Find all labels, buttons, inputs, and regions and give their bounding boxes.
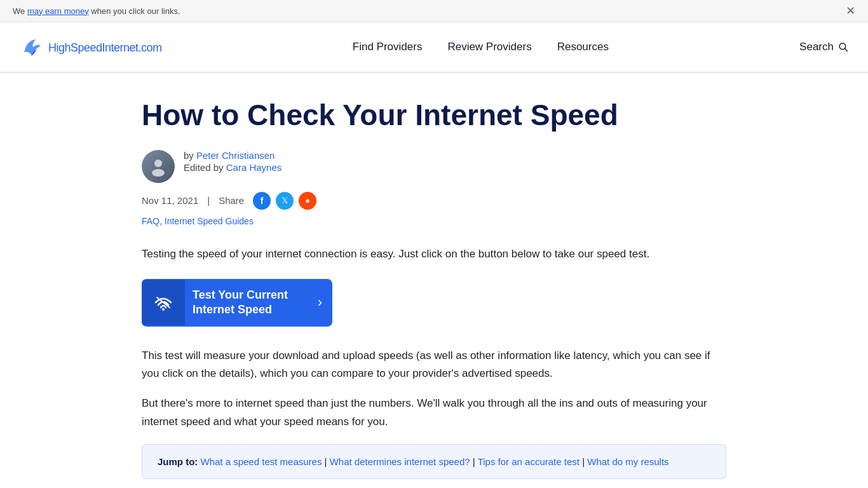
speed-test-button[interactable]: Test Your CurrentInternet Speed ›	[142, 279, 332, 327]
logo-link[interactable]: HighSpeedInternet.com	[19, 34, 162, 60]
editor-link[interactable]: Cara Haynes	[226, 162, 282, 173]
intro-paragraph: Testing the speed of your internet conne…	[142, 245, 726, 264]
share-icons: f 𝕏 ●	[253, 192, 316, 210]
editor-line: Edited by Cara Haynes	[184, 162, 281, 173]
body-paragraph-1: This test will measure your download and…	[142, 347, 726, 384]
nav-resources[interactable]: Resources	[557, 41, 609, 53]
author-by: by Peter Christiansen	[184, 150, 281, 161]
search-label: Search	[799, 41, 834, 53]
tag-faq[interactable]: FAQ	[142, 216, 159, 226]
share-label: Share	[219, 195, 244, 206]
speed-test-arrow: ›	[308, 294, 332, 311]
header: HighSpeedInternet.com Find Providers Rev…	[0, 22, 868, 73]
jump-link-4[interactable]: What do my results	[587, 456, 668, 467]
author-section: by Peter Christiansen Edited by Cara Hay…	[142, 150, 726, 183]
main-content: How to Check Your Internet Speed by Pete…	[129, 73, 739, 488]
svg-point-3	[152, 169, 165, 177]
author-info: by Peter Christiansen Edited by Cara Hay…	[184, 150, 281, 173]
earn-money-link[interactable]: may earn money	[27, 6, 89, 16]
meta-row: Nov 11, 2021 | Share f 𝕏 ●	[142, 192, 726, 210]
svg-point-4	[162, 308, 165, 311]
jump-to-label: Jump to:	[158, 456, 198, 467]
body-paragraph-2: But there's more to internet speed than …	[142, 395, 726, 431]
author-avatar	[142, 150, 175, 183]
reddit-share-button[interactable]: ●	[299, 192, 316, 210]
jump-link-2[interactable]: What determines internet speed?	[330, 456, 470, 467]
svg-point-0	[839, 43, 846, 50]
logo-text: HighSpeedInternet.com	[48, 39, 162, 55]
logo-icon	[19, 34, 44, 60]
svg-line-1	[845, 49, 848, 51]
publish-date: Nov 11, 2021	[142, 195, 198, 206]
search-icon	[837, 41, 849, 53]
nav-review-providers[interactable]: Review Providers	[447, 41, 531, 53]
tag-internet-speed-guides[interactable]: Internet Speed Guides	[165, 216, 254, 226]
jump-to-box: Jump to: What a speed test measures | Wh…	[142, 444, 726, 479]
speed-test-icon	[153, 292, 173, 313]
svg-point-2	[154, 159, 162, 167]
jump-link-3[interactable]: Tips for an accurate test	[478, 456, 580, 467]
close-announcement-button[interactable]: ✕	[846, 5, 855, 17]
facebook-share-button[interactable]: f	[253, 192, 271, 210]
tags-row: FAQ, Internet Speed Guides	[142, 216, 726, 226]
author-link[interactable]: Peter Christiansen	[196, 150, 275, 161]
announcement-text: We may earn money when you click our lin…	[13, 6, 180, 16]
main-nav: Find Providers Review Providers Resource…	[353, 41, 609, 53]
speed-test-icon-area	[142, 280, 185, 325]
avatar-placeholder	[142, 150, 175, 183]
search-button[interactable]: Search	[799, 41, 849, 53]
announcement-bar: We may earn money when you click our lin…	[0, 0, 868, 22]
nav-find-providers[interactable]: Find Providers	[353, 41, 423, 53]
speed-test-label: Test Your CurrentInternet Speed	[185, 279, 308, 327]
jump-link-1[interactable]: What a speed test measures	[201, 456, 322, 467]
twitter-share-button[interactable]: 𝕏	[276, 192, 294, 210]
article-title: How to Check Your Internet Speed	[142, 98, 726, 132]
